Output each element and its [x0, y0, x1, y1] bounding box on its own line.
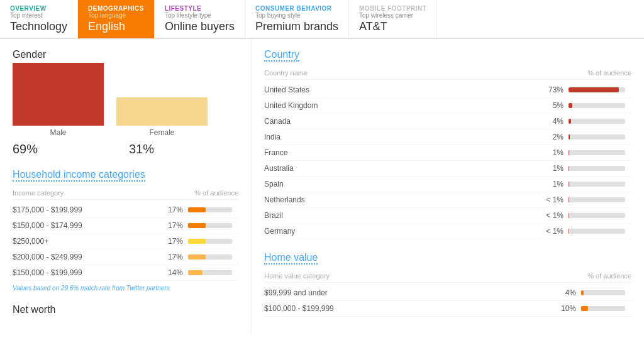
country-bar-fill	[569, 213, 569, 218]
home-title: Home value	[264, 252, 318, 265]
country-row-name: United States	[264, 85, 535, 94]
gender-percentages: 69% 31%	[13, 142, 238, 156]
home-row-bar	[581, 306, 631, 311]
country-row: India 2%	[264, 129, 631, 145]
country-bar-fill	[569, 103, 572, 108]
country-bar-bg	[569, 134, 625, 139]
income-row-pct: 14%	[158, 268, 183, 277]
income-row-pct: 17%	[158, 237, 183, 246]
income-bar-fill	[188, 270, 203, 275]
country-bar-fill	[569, 197, 569, 202]
income-col-audience: % of audience	[194, 189, 238, 197]
income-title: Household income categories	[13, 169, 145, 182]
country-bar-fill	[569, 182, 569, 187]
gender-female-bar: Female	[116, 97, 208, 137]
income-bar-bg	[188, 254, 232, 259]
country-bar-fill	[569, 134, 570, 139]
country-col-audience: % of audience	[587, 69, 631, 77]
income-bar-bg	[188, 239, 232, 244]
country-row-pct: 5%	[535, 101, 564, 110]
female-bar-rect	[116, 97, 208, 126]
country-bar-bg	[569, 229, 625, 234]
tab-lifestyle-label: LIFESTYLE	[165, 5, 235, 12]
country-row: Australia 1%	[264, 161, 631, 177]
income-row-label: $150,000 - $174,999	[13, 221, 158, 230]
country-row-name: Netherlands	[264, 195, 535, 204]
main-content: Gender Male Female 69% 31% Household inc…	[0, 39, 644, 333]
tab-consumer[interactable]: CONSUMER BEHAVIOR Top buying style Premi…	[245, 0, 349, 38]
male-bar-rect	[13, 63, 104, 126]
country-row-name: France	[264, 148, 535, 157]
tab-demographics-label: DEMOGRAPHICS	[88, 5, 144, 12]
networth-title: Net worth	[13, 304, 238, 315]
country-col-name: Country name	[264, 69, 308, 77]
country-row-pct: 1%	[535, 180, 564, 188]
gender-bars: Male Female	[13, 68, 238, 137]
tab-overview-label: OVERVIEW	[10, 5, 67, 12]
country-row: Brazil < 1%	[264, 208, 631, 224]
income-row-pct: 17%	[158, 205, 183, 214]
female-bar-label: Female	[149, 128, 174, 137]
right-panel: Country Country name % of audience Unite…	[252, 39, 644, 333]
country-bar-fill	[569, 119, 571, 124]
country-bar-bg	[569, 182, 625, 187]
tab-lifestyle-sublabel: Top lifestyle type	[165, 12, 235, 19]
country-row-bar	[569, 213, 631, 218]
tab-demographics-sublabel: Top language	[88, 12, 144, 19]
country-row: Netherlands < 1%	[264, 192, 631, 208]
country-bar-bg	[569, 197, 625, 202]
country-row-bar	[569, 197, 631, 202]
income-row: $150,000 - $199,999 14%	[13, 265, 238, 281]
home-rows: $99,999 and under 4% $100,000 - $199,999…	[264, 285, 631, 317]
country-row-name: Brazil	[264, 211, 535, 220]
tab-mobile[interactable]: MOBILE FOOTPRINT Top wireless carrier AT…	[349, 0, 437, 38]
income-row-bar	[188, 254, 238, 259]
income-bar-fill	[188, 207, 206, 212]
income-bar-bg	[188, 270, 232, 275]
country-row-pct: < 1%	[535, 195, 564, 204]
income-bar-fill	[188, 239, 206, 244]
home-bar-bg	[581, 306, 625, 311]
country-bar-fill	[569, 150, 569, 155]
country-row-pct: < 1%	[535, 211, 564, 220]
home-row: $99,999 and under 4%	[264, 285, 631, 301]
tab-lifestyle-value: Online buyers	[165, 20, 235, 33]
income-row: $200,000 - $249,999 17%	[13, 249, 238, 265]
country-rows: United States 73% United Kingdom 5% Cana…	[264, 82, 631, 239]
country-row-pct: < 1%	[535, 227, 564, 236]
income-bar-fill	[188, 223, 206, 228]
income-row: $250,000+ 17%	[13, 234, 238, 249]
country-row: France 1%	[264, 145, 631, 161]
country-row-pct: 1%	[535, 164, 564, 173]
income-table-header: Income category % of audience	[13, 189, 238, 200]
income-rows: $175,000 - $199,999 17% $150,000 - $174,…	[13, 202, 238, 281]
tab-demographics[interactable]: DEMOGRAPHICS Top language English	[78, 0, 155, 38]
tab-overview[interactable]: OVERVIEW Top interest Technology	[0, 0, 78, 38]
country-bar-fill	[569, 166, 569, 171]
country-bar-bg	[569, 150, 625, 155]
country-row-pct: 4%	[535, 117, 564, 126]
home-bar-fill	[581, 290, 584, 295]
country-table-header: Country name % of audience	[264, 69, 631, 80]
male-pct: 69%	[13, 142, 116, 156]
income-row-pct: 17%	[158, 221, 183, 230]
home-row-label: $99,999 and under	[264, 288, 551, 297]
country-bar-bg	[569, 103, 625, 108]
country-row: Canada 4%	[264, 114, 631, 129]
home-row-pct: 4%	[551, 288, 576, 297]
country-bar-bg	[569, 87, 625, 92]
home-bar-bg	[581, 290, 625, 295]
country-bar-fill	[569, 87, 619, 92]
home-col-audience: % of audience	[587, 272, 631, 280]
income-row-label: $250,000+	[13, 237, 158, 246]
income-row-bar	[188, 207, 238, 212]
income-row-label: $175,000 - $199,999	[13, 205, 158, 214]
tab-lifestyle[interactable]: LIFESTYLE Top lifestyle type Online buye…	[155, 0, 245, 38]
income-row-bar	[188, 223, 238, 228]
country-row-name: Australia	[264, 164, 535, 173]
country-bar-bg	[569, 213, 625, 218]
income-row-bar	[188, 270, 238, 275]
income-bar-fill	[188, 254, 206, 259]
country-row-bar	[569, 182, 631, 187]
tab-demographics-value: English	[88, 20, 144, 33]
